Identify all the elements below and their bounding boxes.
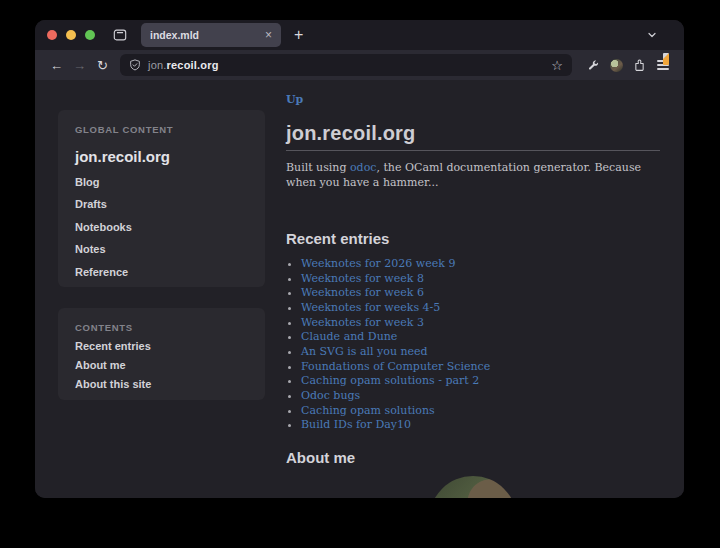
entry-link[interactable]: Weeknotes for weeks 4-5 [301,301,440,314]
entry-link[interactable]: Claude and Dune [301,330,397,343]
odoc-link[interactable]: odoc [350,161,376,174]
intro-paragraph: Built using odoc, the OCaml documentatio… [286,161,660,190]
extensions-icon[interactable] [628,59,651,72]
entry-link[interactable]: Odoc bugs [301,389,360,402]
tab-title: index.mld [150,29,259,41]
list-item: Claude and Dune [301,330,660,345]
active-tab[interactable]: index.mld × [141,23,281,47]
sidebar-global-content: GLOBAL CONTENT jon.recoil.org Blog Draft… [58,110,265,287]
forward-button: → [68,58,91,73]
wrench-extension-icon[interactable] [582,59,605,72]
list-item: An SVG is all you need [301,345,660,360]
list-item: Odoc bugs [301,389,660,404]
reload-button[interactable]: ↻ [91,58,114,73]
extension-avatar-icon[interactable] [605,59,628,72]
entry-link[interactable]: Caching opam solutions - part 2 [301,374,479,387]
entry-link[interactable]: Weeknotes for week 3 [301,316,424,329]
list-item: Build IDs for Day10 [301,418,660,433]
menu-hamburger-icon[interactable] [651,60,674,70]
main-article: Up jon.recoil.org Built using odoc, the … [286,80,660,498]
sidebar-item-notebooks[interactable]: Notebooks [75,221,248,233]
close-window-button[interactable] [47,30,57,40]
sidebar-item-blog[interactable]: Blog [75,176,248,188]
profile-photo [429,476,517,498]
entry-link[interactable]: Weeknotes for week 8 [301,272,424,285]
entry-link[interactable]: Build IDs for Day10 [301,418,411,431]
sidebar-site-title-link[interactable]: jon.recoil.org [75,148,248,165]
update-badge [663,53,669,65]
sidebar-global-nav: Blog Drafts Notebooks Notes Reference [75,176,248,278]
sidebar-contents-nav: Recent entries About me About this site [75,341,248,390]
firefox-view-icon[interactable] [113,28,127,42]
sidebar-item-about-me[interactable]: About me [75,360,248,371]
entry-link[interactable]: Weeknotes for week 6 [301,286,424,299]
recent-entries-list: Weeknotes for 2026 week 9 Weeknotes for … [286,257,660,433]
navigation-toolbar: ← → ↻ jon.recoil.org ☆ [35,50,684,80]
list-item: Weeknotes for weeks 4-5 [301,301,660,316]
zoom-window-button[interactable] [85,30,95,40]
list-item: Weeknotes for week 6 [301,286,660,301]
url-subdomain: jon. [148,59,167,71]
page-content: GLOBAL CONTENT jon.recoil.org Blog Draft… [35,80,684,498]
list-item: Weeknotes for 2026 week 9 [301,257,660,272]
browser-window: index.mld × + ← → ↻ jon.recoil.org ☆ [35,20,684,498]
shield-icon[interactable] [129,59,141,71]
entry-link[interactable]: An SVG is all you need [301,345,428,358]
list-item: Weeknotes for week 8 [301,272,660,287]
url-text[interactable]: jon.recoil.org [148,59,544,71]
minimize-window-button[interactable] [66,30,76,40]
sidebar-item-drafts[interactable]: Drafts [75,198,248,210]
list-item: Weeknotes for week 3 [301,316,660,331]
url-bar[interactable]: jon.recoil.org ☆ [120,54,572,76]
sidebar-item-notes[interactable]: Notes [75,243,248,255]
bookmark-star-icon[interactable]: ☆ [551,58,563,73]
list-item: Foundations of Computer Science [301,360,660,375]
sidebar-global-header: GLOBAL CONTENT [75,124,248,135]
recent-entries-heading: Recent entries [286,230,660,247]
sidebar-item-about-this-site[interactable]: About this site [75,379,248,390]
sidebar-contents-header: CONTENTS [75,322,248,333]
up-link[interactable]: Up [286,93,303,106]
sidebar-item-reference[interactable]: Reference [75,266,248,278]
sidebar-item-recent-entries[interactable]: Recent entries [75,341,248,352]
about-me-heading: About me [286,449,660,466]
entry-link[interactable]: Foundations of Computer Science [301,360,490,373]
list-item: Caching opam solutions - part 2 [301,374,660,389]
close-tab-icon[interactable]: × [265,29,272,41]
entry-link[interactable]: Weeknotes for 2026 week 9 [301,257,455,270]
entry-link[interactable]: Caching opam solutions [301,404,435,417]
sidebar-contents: CONTENTS Recent entries About me About t… [58,308,265,400]
window-controls [47,30,95,40]
list-item: Caching opam solutions [301,404,660,419]
list-all-tabs-chevron-icon[interactable] [646,29,658,41]
url-domain: recoil.org [167,59,219,71]
page-title: jon.recoil.org [286,122,660,151]
intro-prefix: Built using [286,161,350,174]
back-button[interactable]: ← [45,58,68,73]
new-tab-button[interactable]: + [294,26,303,44]
tab-bar: index.mld × + [35,20,684,50]
